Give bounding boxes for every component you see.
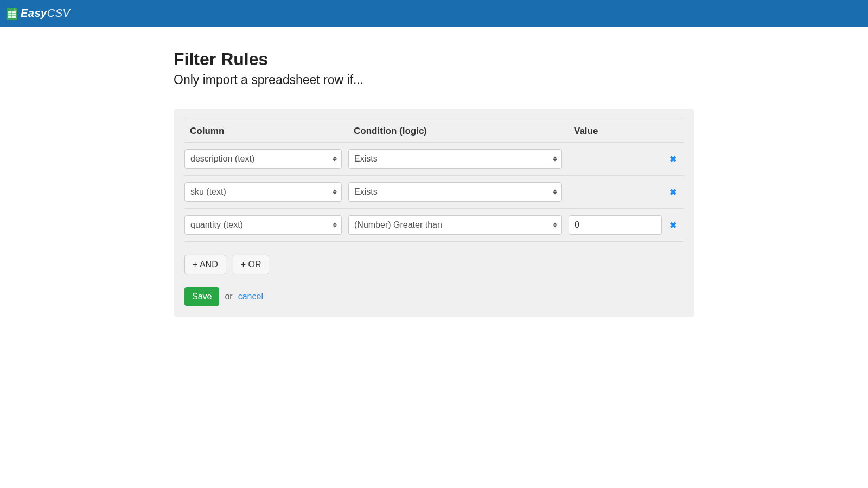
chevron-updown-icon (333, 157, 337, 162)
header-condition: Condition (logic) (354, 126, 567, 137)
app-header: EasyCSV (0, 0, 868, 27)
or-text: or (225, 292, 232, 301)
column-select[interactable]: description (text) (184, 149, 342, 169)
chevron-updown-icon (553, 157, 557, 162)
rule-row: quantity (text) (Number) Greater than (184, 209, 684, 241)
save-button[interactable]: Save (184, 287, 219, 306)
chevron-updown-icon (553, 223, 557, 228)
column-select[interactable]: sku (text) (184, 182, 342, 202)
cancel-link[interactable]: cancel (238, 292, 263, 301)
chevron-updown-icon (333, 190, 337, 195)
rule-row: sku (text) Exists (184, 176, 684, 209)
delete-icon[interactable]: ✖ (669, 187, 676, 197)
condition-select[interactable]: (Number) Greater than (348, 215, 562, 235)
brand-text: EasyCSV (21, 7, 70, 20)
page-subtitle: Only import a spreadsheet row if... (174, 73, 694, 87)
add-or-button[interactable]: + OR (233, 255, 270, 274)
condition-select[interactable]: Exists (348, 149, 562, 169)
column-select[interactable]: quantity (text) (184, 215, 342, 235)
chevron-updown-icon (333, 223, 337, 228)
table-header: Column Condition (logic) Value (184, 120, 684, 143)
condition-select[interactable]: Exists (348, 182, 562, 202)
page-title: Filter Rules (174, 49, 694, 69)
spreadsheet-icon (7, 8, 17, 20)
delete-icon[interactable]: ✖ (669, 220, 676, 230)
header-value: Value (574, 126, 656, 137)
brand-logo[interactable]: EasyCSV (7, 7, 70, 20)
delete-icon[interactable]: ✖ (669, 154, 676, 164)
header-column: Column (190, 126, 347, 137)
filter-panel: Column Condition (logic) Value descripti… (174, 109, 694, 317)
value-input[interactable]: 0 (569, 215, 662, 235)
rule-row: description (text) Exists (184, 143, 684, 176)
chevron-updown-icon (553, 190, 557, 195)
add-and-button[interactable]: + AND (184, 255, 226, 274)
